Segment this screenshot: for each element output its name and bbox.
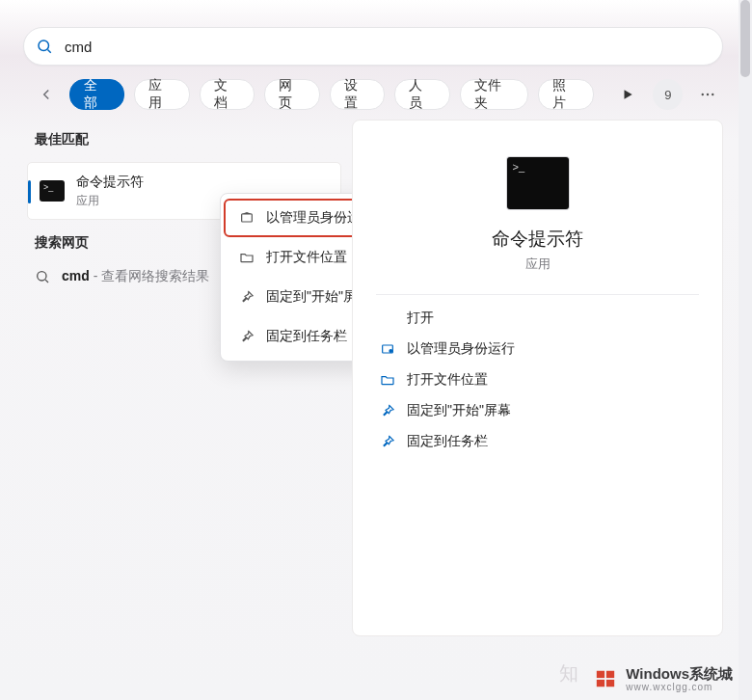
tab-all[interactable]: 全部 [69, 79, 125, 110]
svg-point-0 [39, 40, 49, 51]
tab-web[interactable]: 网页 [264, 79, 320, 110]
tab-label: 文件夹 [474, 77, 514, 112]
action-label: 打开 [407, 310, 434, 327]
best-match-texts: 命令提示符 应用 [76, 174, 144, 209]
results-count-badge[interactable]: 9 [653, 79, 683, 110]
action-run-as-admin[interactable]: 以管理员身份运行 [376, 334, 699, 364]
shield-icon [380, 341, 395, 357]
svg-point-3 [702, 94, 704, 95]
section-search-web: 搜索网页 [35, 234, 89, 252]
svg-point-10 [389, 349, 392, 353]
watermark-brand: Windows系统城 [626, 666, 733, 683]
svg-point-6 [38, 272, 46, 281]
action-label: 固定到任务栏 [407, 433, 488, 450]
details-actions: 打开 以管理员身份运行 打开文件位置 固定到" [376, 303, 699, 457]
action-label: 打开文件位置 [407, 371, 488, 389]
tab-label: 应用 [148, 77, 175, 112]
best-match-subtitle: 应用 [76, 193, 144, 209]
tab-people[interactable]: 人员 [394, 79, 450, 110]
tab-label: 全部 [84, 77, 111, 112]
action-open[interactable]: 打开 [376, 303, 699, 334]
selection-accent [28, 180, 31, 203]
svg-line-1 [47, 49, 50, 52]
ctx-label: 打开文件位置 [266, 249, 347, 266]
scrollbar-thumb[interactable] [740, 0, 750, 77]
cmd-icon [507, 157, 569, 209]
pin-icon [239, 329, 255, 344]
back-button[interactable] [33, 81, 60, 108]
tab-folders[interactable]: 文件夹 [460, 79, 528, 110]
tab-apps[interactable]: 应用 [134, 79, 190, 110]
search-icon [36, 38, 53, 55]
search-input[interactable] [63, 38, 709, 56]
play-button[interactable] [613, 79, 643, 110]
watermark-url: www.wxclgg.com [626, 682, 733, 692]
watermark: Windows系统城 www.wxclgg.com [595, 666, 733, 693]
shield-icon [239, 210, 255, 226]
svg-point-4 [707, 94, 709, 95]
web-search-item[interactable]: cmd - 查看网络搜索结果 [35, 268, 209, 285]
windows-logo-icon [595, 668, 616, 689]
tab-label: 人员 [409, 77, 436, 112]
tab-settings[interactable]: 设置 [330, 79, 386, 110]
tab-label: 网页 [279, 77, 306, 112]
search-bar[interactable] [23, 27, 723, 66]
pin-icon [380, 434, 395, 449]
details-title: 命令提示符 [376, 227, 699, 252]
more-button[interactable] [692, 79, 722, 110]
svg-rect-14 [606, 680, 614, 687]
cmd-icon [40, 180, 65, 202]
tab-label: 文档 [214, 77, 241, 112]
pin-icon [239, 289, 255, 305]
divider [376, 294, 699, 295]
watermark-text: Windows系统城 www.wxclgg.com [626, 666, 733, 693]
svg-rect-8 [242, 214, 253, 222]
details-panel: 命令提示符 应用 打开 以管理员身份运行 打开文件位置 [352, 120, 723, 636]
tab-documents[interactable]: 文档 [200, 79, 255, 110]
ctx-label: 固定到任务栏 [266, 328, 347, 345]
folder-icon [380, 372, 395, 388]
tab-photos[interactable]: 照片 [538, 79, 594, 110]
svg-line-7 [45, 280, 48, 283]
section-best-match: 最佳匹配 [35, 131, 89, 148]
svg-rect-13 [597, 680, 604, 687]
action-label: 固定到"开始"屏幕 [407, 402, 511, 419]
tab-label: 设置 [344, 77, 371, 112]
action-pin-to-start[interactable]: 固定到"开始"屏幕 [376, 395, 699, 426]
badge-count: 9 [664, 88, 671, 102]
svg-point-5 [712, 94, 713, 95]
best-match-title: 命令提示符 [76, 174, 144, 191]
folder-icon [239, 250, 255, 265]
details-subtitle: 应用 [376, 256, 699, 273]
action-label: 以管理员身份运行 [407, 340, 515, 358]
web-query-suffix: - 查看网络搜索结果 [90, 268, 209, 283]
action-open-file-location[interactable]: 打开文件位置 [376, 364, 699, 395]
web-query: cmd [62, 268, 90, 283]
svg-rect-12 [606, 671, 614, 678]
window-scrollbar[interactable] [739, 0, 752, 700]
watermark-faint: 知 [559, 660, 578, 687]
svg-marker-2 [625, 90, 632, 98]
tab-label: 照片 [552, 77, 579, 112]
pin-icon [380, 403, 395, 418]
search-icon [35, 269, 50, 284]
svg-rect-11 [597, 671, 604, 678]
filter-tabs: 全部 应用 文档 网页 设置 人员 文件夹 照片 9 [33, 77, 723, 112]
action-pin-to-taskbar[interactable]: 固定到任务栏 [376, 426, 699, 457]
